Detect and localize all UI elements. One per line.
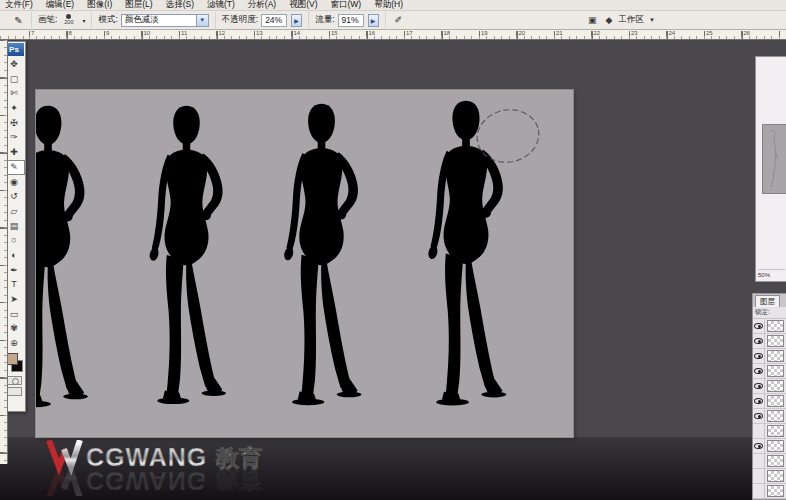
menu-item[interactable]: 帮助(H): [374, 0, 403, 11]
airbrush-toggle-icon[interactable]: ✐: [392, 15, 406, 25]
ruler-number: 20: [519, 30, 526, 36]
ruler-number: 7: [31, 30, 34, 36]
tab-layers[interactable]: 图层: [755, 295, 780, 307]
layer-thumbnail[interactable]: [767, 425, 784, 437]
layer-thumbnail[interactable]: [767, 485, 784, 497]
quick-mask-button[interactable]: [7, 376, 22, 385]
ruler-number: 11: [181, 30, 187, 36]
brush-picker-arrow-icon[interactable]: ▾: [82, 17, 85, 24]
menu-item[interactable]: 分析(A): [248, 0, 276, 11]
flow-slider-arrow-icon[interactable]: ▶: [368, 14, 379, 27]
eye-icon: [754, 368, 763, 374]
screen-mode-button[interactable]: [7, 387, 22, 396]
blend-mode-select[interactable]: 颜色减淡 ▼: [121, 14, 209, 27]
layer-thumbnail[interactable]: [767, 395, 784, 407]
mode-label: 模式:: [98, 14, 117, 26]
layer-thumbnail[interactable]: [767, 470, 784, 482]
navigator-zoom-value[interactable]: 50%: [758, 269, 785, 278]
visibility-toggle[interactable]: [753, 364, 765, 379]
visibility-toggle[interactable]: [753, 409, 765, 424]
ruler-number: 14: [294, 30, 301, 36]
brush-size-value: 200: [64, 20, 73, 26]
options-spacer: [411, 20, 579, 21]
layers-panel-tabs: 图层: [753, 294, 786, 307]
visibility-toggle[interactable]: [753, 469, 765, 484]
layer-thumbnail[interactable]: [767, 365, 784, 377]
figure-pale: [148, 106, 226, 404]
layer-row[interactable]: [753, 439, 786, 454]
palette-well-icon[interactable]: ▣: [585, 15, 600, 25]
layer-row[interactable]: [753, 394, 786, 409]
figure-silhouette: [36, 106, 88, 408]
layer-thumbnail[interactable]: [767, 320, 784, 332]
mode-group: 模式: 颜色减淡 ▼: [92, 12, 215, 28]
visibility-toggle[interactable]: [753, 379, 765, 394]
workspace-menu[interactable]: 工作区: [619, 14, 645, 26]
visibility-toggle[interactable]: [753, 439, 765, 454]
dropdown-arrow-icon[interactable]: ▼: [196, 15, 208, 26]
horizontal-ruler[interactable]: 7891011121314151617181920212223242526: [0, 30, 786, 40]
layer-row[interactable]: [753, 454, 786, 469]
ruler-number: 9: [106, 30, 109, 36]
menu-item[interactable]: 窗口(W): [331, 0, 362, 11]
bridge-icon[interactable]: ◆: [603, 15, 616, 25]
layer-row[interactable]: [753, 364, 786, 379]
menu-item[interactable]: 视图(V): [289, 0, 317, 11]
layer-row[interactable]: [753, 409, 786, 424]
menu-item[interactable]: 图像(I): [87, 0, 112, 11]
ruler-number: 12: [219, 30, 226, 36]
layer-thumbnail[interactable]: [767, 410, 784, 422]
visibility-toggle[interactable]: [753, 484, 765, 499]
ruler-number: 16: [369, 30, 376, 36]
menu-item[interactable]: 图层(L): [125, 0, 152, 11]
ruler-number: 19: [481, 30, 488, 36]
layers-lock-row[interactable]: 锁定:: [753, 307, 786, 319]
brush-tool-preset[interactable]: ✎: [6, 12, 32, 28]
tool-options-bar: ✎ 画笔: 200 ▾ 模式: 颜色减淡 ▼ 不透明度: 24% ▶ 流量: 9…: [0, 11, 786, 30]
ruler-number: 17: [406, 30, 413, 36]
layer-row[interactable]: [753, 379, 786, 394]
layer-row[interactable]: [753, 319, 786, 334]
visibility-toggle[interactable]: [753, 454, 765, 469]
layer-row[interactable]: [753, 334, 786, 349]
menu-item[interactable]: 文件(F): [5, 0, 33, 11]
ruler-number: 23: [631, 30, 638, 36]
opacity-slider-arrow-icon[interactable]: ▶: [291, 14, 302, 27]
menu-item[interactable]: 编辑(E): [46, 0, 74, 11]
layer-row[interactable]: [753, 424, 786, 439]
layer-thumbnail[interactable]: [767, 350, 784, 362]
figure-study-artwork: [36, 90, 573, 437]
layer-row[interactable]: [753, 349, 786, 364]
layer-thumbnail[interactable]: [767, 335, 784, 347]
visibility-toggle[interactable]: [753, 334, 765, 349]
layer-thumbnail[interactable]: [767, 380, 784, 392]
menu-item[interactable]: 选择(S): [166, 0, 194, 11]
brush-preset-picker[interactable]: 200: [60, 14, 77, 26]
navigator-thumbnail[interactable]: [762, 124, 786, 194]
menu-item[interactable]: 滤镜(T): [207, 0, 235, 11]
visibility-toggle[interactable]: [753, 424, 765, 439]
layer-thumbnail[interactable]: [767, 440, 784, 452]
visibility-toggle[interactable]: [753, 319, 765, 334]
cgwang-watermark: CGWANG 教育: [44, 440, 314, 500]
document-canvas[interactable]: [36, 90, 573, 437]
figure-warm: [283, 104, 361, 406]
navigator-panel: 50%: [755, 56, 786, 282]
opacity-input[interactable]: 24%: [261, 14, 287, 27]
layer-list: [753, 319, 786, 499]
ruler-number: 21: [556, 30, 563, 36]
ruler-number: 10: [144, 30, 151, 36]
layer-row[interactable]: [753, 469, 786, 484]
visibility-toggle[interactable]: [753, 394, 765, 409]
eye-icon: [754, 383, 763, 389]
flow-input[interactable]: 91%: [338, 14, 364, 27]
brush-preset-icon: ✎: [14, 15, 22, 26]
eye-icon: [754, 413, 763, 419]
brush-label: 画笔:: [38, 14, 57, 26]
layer-thumbnail[interactable]: [767, 455, 784, 467]
vertical-ruler[interactable]: [0, 40, 8, 464]
opacity-label: 不透明度:: [222, 14, 258, 26]
layer-row[interactable]: [753, 484, 786, 499]
flow-label: 流量:: [315, 14, 334, 26]
visibility-toggle[interactable]: [753, 349, 765, 364]
